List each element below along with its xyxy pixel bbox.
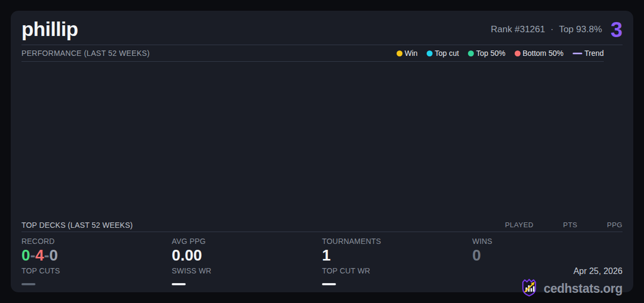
legend-label: Bottom 50% <box>523 49 564 57</box>
legend-label: Top 50% <box>476 49 505 57</box>
top-50-dot-icon <box>468 50 474 56</box>
performance-title: PERFORMANCE (LAST 52 WEEKS) <box>21 49 150 57</box>
record-separator: - <box>30 247 35 264</box>
site-name: cedhstats.org <box>544 282 623 296</box>
top-percent-label: Top 93.8% <box>559 24 602 35</box>
top-decks-title: TOP DECKS (LAST 52 WEEKS) <box>21 221 133 229</box>
stat-record: RECORD 0-4-0 <box>21 232 172 263</box>
rank-separator: · <box>551 24 554 35</box>
tournaments-value: 1 <box>322 247 472 263</box>
record-label: RECORD <box>21 237 172 246</box>
performance-chart <box>21 62 604 218</box>
site-brand[interactable]: cedhstats.org <box>519 278 623 299</box>
rank-summary: Rank #31261 · Top 93.8% <box>491 24 602 35</box>
player-score: 3 <box>611 19 623 40</box>
legend-item-top-50[interactable]: Top 50% <box>468 49 505 57</box>
record-losses: 4 <box>35 247 44 264</box>
top-decks-columns: PLAYED PTS PPG <box>505 221 623 229</box>
top-cuts-label: TOP CUTS <box>21 266 172 275</box>
win-dot-icon <box>397 50 402 56</box>
card-date: Apr 25, 2026 <box>573 266 623 276</box>
wins-value: 0 <box>472 247 623 263</box>
column-header-ppg: PPG <box>607 221 623 229</box>
top-decks-header-row: TOP DECKS (LAST 52 WEEKS) PLAYED PTS PPG <box>21 218 623 232</box>
top-cuts-empty-value <box>21 283 35 285</box>
rank-label: Rank #31261 <box>491 24 545 35</box>
legend-label: Top cut <box>435 49 459 57</box>
legend-label: Trend <box>584 49 604 57</box>
cedhstats-logo-icon <box>519 278 539 299</box>
column-header-played: PLAYED <box>505 221 533 229</box>
stats-grid: RECORD 0-4-0 AVG PPG 0.00 TOURNAMENTS 1 … <box>21 232 623 292</box>
player-stats-card: phillip Rank #31261 · Top 93.8% 3 PERFOR… <box>11 11 633 292</box>
player-name: phillip <box>21 18 78 41</box>
swiss-wr-label: SWISS WR <box>172 266 322 275</box>
record-draws: 0 <box>49 247 58 264</box>
legend-item-trend[interactable]: Trend <box>573 49 604 57</box>
stat-avg-ppg: AVG PPG 0.00 <box>172 232 322 263</box>
header-right: Rank #31261 · Top 93.8% 3 <box>491 19 623 40</box>
trend-line-icon <box>573 53 582 54</box>
card-header: phillip Rank #31261 · Top 93.8% 3 <box>21 11 623 45</box>
top-cut-dot-icon <box>427 50 433 56</box>
chart-legend: Win Top cut Top 50% Bottom 50% Trend <box>397 49 604 57</box>
swiss-wr-empty-value <box>172 283 186 285</box>
performance-section: PERFORMANCE (LAST 52 WEEKS) Win Top cut … <box>21 45 604 218</box>
bottom-50-dot-icon <box>515 50 521 56</box>
record-separator: - <box>44 247 49 264</box>
top-cut-wr-empty-value <box>322 283 336 285</box>
tournaments-label: TOURNAMENTS <box>322 237 472 246</box>
column-header-pts: PTS <box>563 221 577 229</box>
legend-item-win[interactable]: Win <box>397 49 418 57</box>
stat-top-cuts: TOP CUTS <box>21 263 172 292</box>
avg-ppg-label: AVG PPG <box>172 237 322 246</box>
top-cut-wr-label: TOP CUT WR <box>322 266 472 275</box>
wins-label: WINS <box>472 237 623 246</box>
legend-item-bottom-50[interactable]: Bottom 50% <box>515 49 564 57</box>
avg-ppg-value: 0.00 <box>172 247 322 263</box>
legend-item-top-cut[interactable]: Top cut <box>427 49 459 57</box>
record-wins: 0 <box>21 247 30 264</box>
stat-swiss-wr: SWISS WR <box>172 263 322 292</box>
record-value: 0-4-0 <box>21 247 172 263</box>
stat-wins: WINS 0 <box>472 232 623 263</box>
stat-top-cut-wr: TOP CUT WR <box>322 263 472 292</box>
performance-header-row: PERFORMANCE (LAST 52 WEEKS) Win Top cut … <box>21 45 604 62</box>
stat-tournaments: TOURNAMENTS 1 <box>322 232 472 263</box>
legend-label: Win <box>405 49 418 57</box>
footer-cell: Apr 25, 2026 cedhstats.org <box>472 263 623 292</box>
